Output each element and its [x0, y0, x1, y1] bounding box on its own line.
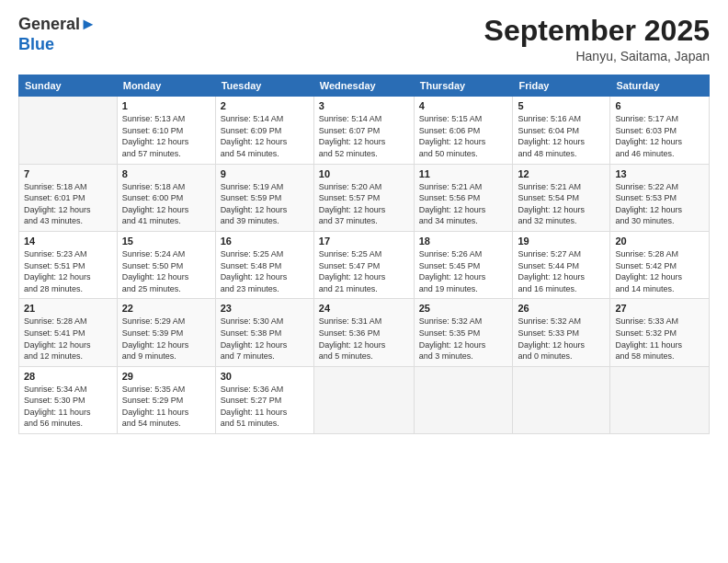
calendar-cell: 8Sunrise: 5:18 AM Sunset: 6:00 PM Daylig…: [117, 164, 215, 231]
day-number: 10: [319, 168, 409, 179]
day-info: Sunrise: 5:25 AM Sunset: 5:47 PM Dayligh…: [319, 248, 409, 294]
calendar-cell: 29Sunrise: 5:35 AM Sunset: 5:29 PM Dayli…: [117, 366, 215, 433]
calendar-cell: 23Sunrise: 5:30 AM Sunset: 5:38 PM Dayli…: [215, 299, 313, 366]
day-info: Sunrise: 5:14 AM Sunset: 6:07 PM Dayligh…: [319, 113, 409, 159]
calendar-cell: 27Sunrise: 5:33 AM Sunset: 5:32 PM Dayli…: [610, 299, 710, 366]
calendar-cell: 1Sunrise: 5:13 AM Sunset: 6:10 PM Daylig…: [117, 97, 215, 164]
logo-general-text: General: [18, 15, 80, 33]
day-number: 21: [24, 303, 112, 314]
day-info: Sunrise: 5:15 AM Sunset: 6:06 PM Dayligh…: [419, 113, 508, 159]
day-number: 17: [319, 236, 409, 247]
calendar-cell: 25Sunrise: 5:32 AM Sunset: 5:35 PM Dayli…: [414, 299, 513, 366]
day-number: 15: [122, 236, 210, 247]
calendar-cell: 3Sunrise: 5:14 AM Sunset: 6:07 PM Daylig…: [313, 97, 414, 164]
day-info: Sunrise: 5:26 AM Sunset: 5:45 PM Dayligh…: [419, 248, 508, 294]
day-info: Sunrise: 5:21 AM Sunset: 5:54 PM Dayligh…: [518, 181, 605, 227]
month-title: September 2025: [484, 15, 710, 47]
calendar-cell: [610, 366, 710, 433]
calendar-week-1: 1Sunrise: 5:13 AM Sunset: 6:10 PM Daylig…: [19, 97, 710, 164]
calendar-cell: 10Sunrise: 5:20 AM Sunset: 5:57 PM Dayli…: [313, 164, 414, 231]
day-number: 24: [319, 303, 409, 314]
day-info: Sunrise: 5:22 AM Sunset: 5:53 PM Dayligh…: [615, 181, 704, 227]
day-info: Sunrise: 5:20 AM Sunset: 5:57 PM Dayligh…: [319, 181, 409, 227]
day-info: Sunrise: 5:24 AM Sunset: 5:50 PM Dayligh…: [122, 248, 210, 294]
calendar-header-thursday: Thursday: [414, 75, 513, 97]
page: General► Blue September 2025 Hanyu, Sait…: [0, 0, 728, 563]
day-info: Sunrise: 5:30 AM Sunset: 5:38 PM Dayligh…: [221, 316, 309, 362]
calendar-cell: 5Sunrise: 5:16 AM Sunset: 6:04 PM Daylig…: [513, 97, 610, 164]
day-number: 18: [419, 236, 508, 247]
day-info: Sunrise: 5:28 AM Sunset: 5:42 PM Dayligh…: [615, 248, 704, 294]
day-info: Sunrise: 5:18 AM Sunset: 6:01 PM Dayligh…: [24, 181, 112, 227]
day-info: Sunrise: 5:34 AM Sunset: 5:30 PM Dayligh…: [24, 384, 112, 430]
logo: General► Blue: [18, 15, 97, 54]
calendar-cell: 17Sunrise: 5:25 AM Sunset: 5:47 PM Dayli…: [313, 231, 414, 298]
calendar-cell: 18Sunrise: 5:26 AM Sunset: 5:45 PM Dayli…: [414, 231, 513, 298]
calendar-week-4: 21Sunrise: 5:28 AM Sunset: 5:41 PM Dayli…: [19, 299, 710, 366]
day-number: 5: [518, 100, 605, 111]
day-info: Sunrise: 5:27 AM Sunset: 5:44 PM Dayligh…: [518, 248, 605, 294]
day-number: 29: [122, 371, 210, 382]
day-info: Sunrise: 5:19 AM Sunset: 5:59 PM Dayligh…: [221, 181, 309, 227]
day-info: Sunrise: 5:13 AM Sunset: 6:10 PM Dayligh…: [122, 113, 210, 159]
day-info: Sunrise: 5:14 AM Sunset: 6:09 PM Dayligh…: [221, 113, 309, 159]
calendar-cell: [414, 366, 513, 433]
location: Hanyu, Saitama, Japan: [484, 49, 710, 63]
day-info: Sunrise: 5:32 AM Sunset: 5:33 PM Dayligh…: [518, 316, 605, 362]
calendar-cell: 21Sunrise: 5:28 AM Sunset: 5:41 PM Dayli…: [19, 299, 118, 366]
calendar-cell: 26Sunrise: 5:32 AM Sunset: 5:33 PM Dayli…: [513, 299, 610, 366]
day-number: 7: [24, 168, 112, 179]
calendar-cell: 16Sunrise: 5:25 AM Sunset: 5:48 PM Dayli…: [215, 231, 313, 298]
logo-blue-text: Blue: [18, 35, 54, 53]
calendar-cell: 24Sunrise: 5:31 AM Sunset: 5:36 PM Dayli…: [313, 299, 414, 366]
calendar-cell: 20Sunrise: 5:28 AM Sunset: 5:42 PM Dayli…: [610, 231, 710, 298]
day-number: 6: [615, 100, 704, 111]
day-number: 3: [319, 100, 409, 111]
calendar-header-row: SundayMondayTuesdayWednesdayThursdayFrid…: [19, 75, 710, 97]
day-number: 19: [518, 236, 605, 247]
calendar-cell: [513, 366, 610, 433]
calendar-cell: 12Sunrise: 5:21 AM Sunset: 5:54 PM Dayli…: [513, 164, 610, 231]
day-number: 22: [122, 303, 210, 314]
day-number: 25: [419, 303, 508, 314]
day-info: Sunrise: 5:36 AM Sunset: 5:27 PM Dayligh…: [221, 384, 309, 430]
day-info: Sunrise: 5:21 AM Sunset: 5:56 PM Dayligh…: [419, 181, 508, 227]
calendar-cell: 2Sunrise: 5:14 AM Sunset: 6:09 PM Daylig…: [215, 97, 313, 164]
day-number: 4: [419, 100, 508, 111]
day-info: Sunrise: 5:32 AM Sunset: 5:35 PM Dayligh…: [419, 316, 508, 362]
day-info: Sunrise: 5:29 AM Sunset: 5:39 PM Dayligh…: [122, 316, 210, 362]
day-info: Sunrise: 5:35 AM Sunset: 5:29 PM Dayligh…: [122, 384, 210, 430]
day-number: 11: [419, 168, 508, 179]
calendar-cell: 4Sunrise: 5:15 AM Sunset: 6:06 PM Daylig…: [414, 97, 513, 164]
calendar-week-5: 28Sunrise: 5:34 AM Sunset: 5:30 PM Dayli…: [19, 366, 710, 433]
calendar-cell: 13Sunrise: 5:22 AM Sunset: 5:53 PM Dayli…: [610, 164, 710, 231]
calendar-cell: 28Sunrise: 5:34 AM Sunset: 5:30 PM Dayli…: [19, 366, 118, 433]
day-info: Sunrise: 5:28 AM Sunset: 5:41 PM Dayligh…: [24, 316, 112, 362]
day-number: 20: [615, 236, 704, 247]
day-number: 12: [518, 168, 605, 179]
calendar-header-saturday: Saturday: [610, 75, 710, 97]
day-number: 26: [518, 303, 605, 314]
calendar-week-3: 14Sunrise: 5:23 AM Sunset: 5:51 PM Dayli…: [19, 231, 710, 298]
calendar-cell: 22Sunrise: 5:29 AM Sunset: 5:39 PM Dayli…: [117, 299, 215, 366]
calendar-cell: 9Sunrise: 5:19 AM Sunset: 5:59 PM Daylig…: [215, 164, 313, 231]
day-info: Sunrise: 5:31 AM Sunset: 5:36 PM Dayligh…: [319, 316, 409, 362]
day-number: 28: [24, 371, 112, 382]
calendar-header-wednesday: Wednesday: [313, 75, 414, 97]
calendar-cell: 15Sunrise: 5:24 AM Sunset: 5:50 PM Dayli…: [117, 231, 215, 298]
logo-icon: ►: [80, 15, 97, 33]
day-info: Sunrise: 5:17 AM Sunset: 6:03 PM Dayligh…: [615, 113, 704, 159]
calendar-header-monday: Monday: [117, 75, 215, 97]
calendar-body: 1Sunrise: 5:13 AM Sunset: 6:10 PM Daylig…: [19, 97, 710, 434]
title-section: September 2025 Hanyu, Saitama, Japan: [484, 15, 710, 63]
day-number: 27: [615, 303, 704, 314]
day-number: 23: [221, 303, 309, 314]
day-number: 16: [221, 236, 309, 247]
calendar-cell: 6Sunrise: 5:17 AM Sunset: 6:03 PM Daylig…: [610, 97, 710, 164]
day-number: 14: [24, 236, 112, 247]
calendar-header-friday: Friday: [513, 75, 610, 97]
header: General► Blue September 2025 Hanyu, Sait…: [18, 15, 710, 63]
day-info: Sunrise: 5:18 AM Sunset: 6:00 PM Dayligh…: [122, 181, 210, 227]
calendar-cell: [19, 97, 118, 164]
calendar-cell: 19Sunrise: 5:27 AM Sunset: 5:44 PM Dayli…: [513, 231, 610, 298]
